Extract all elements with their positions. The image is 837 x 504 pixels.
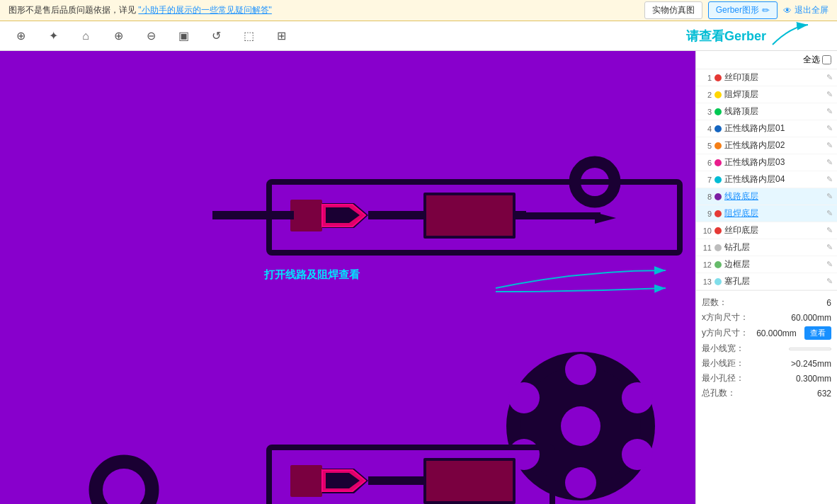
- svg-point-20: [565, 467, 596, 498]
- tool-zoom-in[interactable]: ⊕: [109, 27, 127, 45]
- svg-rect-10: [516, 212, 600, 219]
- layer-item-3[interactable]: 3 线路顶层 ✎: [696, 103, 837, 120]
- layer-item-10[interactable]: 10 丝印底层 ✎: [696, 222, 837, 239]
- select-all-checkbox[interactable]: [822, 55, 831, 64]
- layer-color-dot-5: [714, 142, 722, 149]
- layer-num-2: 2: [700, 91, 712, 99]
- layer-item-13[interactable]: 13 塞孔层 ✎: [696, 273, 837, 290]
- tool-zoom-out[interactable]: ⊖: [142, 27, 160, 45]
- layer-color-dot-7: [714, 176, 722, 183]
- tool-grid[interactable]: ⊞: [272, 27, 290, 45]
- svg-rect-32: [426, 461, 513, 501]
- layer-color-dot-10: [714, 227, 722, 234]
- tool-frame[interactable]: ▣: [174, 27, 193, 45]
- layer-num-5: 5: [700, 142, 712, 150]
- layer-item-9[interactable]: 9 阻焊底层 ✎: [696, 205, 837, 222]
- layer-num-9: 9: [700, 210, 712, 218]
- real-image-button[interactable]: 实物仿真图: [644, 1, 702, 19]
- svg-rect-14: [212, 211, 294, 219]
- layer-num-3: 3: [700, 108, 712, 116]
- layer-edit-13[interactable]: ✎: [826, 277, 833, 286]
- layer-edit-3[interactable]: ✎: [826, 107, 833, 116]
- layer-edit-6[interactable]: ✎: [826, 158, 833, 167]
- layer-color-dot-6: [714, 159, 722, 166]
- layer-edit-12[interactable]: ✎: [826, 260, 833, 269]
- layer-item-5[interactable]: 5 正性线路内层02 ✎: [696, 137, 837, 154]
- layer-name-3: 线路顶层: [724, 105, 824, 118]
- layer-num-6: 6: [700, 159, 712, 167]
- right-panel: 全选 1 丝印顶层 ✎ 2 阻焊顶层 ✎ 3 线路顶层 ✎ 4 正性线路内层01…: [695, 51, 837, 504]
- layer-item-7[interactable]: 7 正性线路内层04 ✎: [696, 171, 837, 188]
- tool-star[interactable]: ✦: [44, 27, 62, 45]
- tool-pin[interactable]: ⊕: [11, 27, 30, 45]
- layer-edit-4[interactable]: ✎: [826, 124, 833, 133]
- layer-name-1: 丝印顶层: [724, 71, 824, 84]
- panel-header: 全选: [696, 51, 837, 69]
- stat-y-dim: y方向尺寸： 60.000mm 查看: [702, 326, 831, 340]
- layer-edit-7[interactable]: ✎: [826, 175, 833, 184]
- tool-rotate[interactable]: ↺: [207, 27, 225, 45]
- layer-name-2: 阻焊顶层: [724, 88, 824, 101]
- layer-item-2[interactable]: 2 阻焊顶层 ✎: [696, 86, 837, 103]
- layer-edit-8[interactable]: ✎: [826, 192, 833, 201]
- layer-color-dot-2: [714, 91, 722, 98]
- layer-edit-2[interactable]: ✎: [826, 90, 833, 99]
- svg-point-22: [622, 382, 653, 413]
- layer-color-dot-12: [714, 261, 722, 268]
- layer-num-12: 12: [700, 260, 712, 269]
- layer-list: 1 丝印顶层 ✎ 2 阻焊顶层 ✎ 3 线路顶层 ✎ 4 正性线路内层01 ✎ …: [696, 69, 837, 290]
- layer-edit-9[interactable]: ✎: [826, 209, 833, 218]
- layer-item-1[interactable]: 1 丝印顶层 ✎: [696, 69, 837, 86]
- layer-color-dot-8: [714, 193, 722, 200]
- svg-rect-11: [516, 211, 526, 219]
- layer-item-12[interactable]: 12 边框层 ✎: [696, 256, 837, 273]
- layer-item-6[interactable]: 6 正性线路内层03 ✎: [696, 154, 837, 171]
- layer-edit-10[interactable]: ✎: [826, 226, 833, 235]
- layer-name-13: 塞孔层: [724, 275, 824, 287]
- main-area: 打开线路及阻焊查看 全选 1 丝印顶层: [0, 51, 837, 504]
- stat-x-dim: x方向尺寸： 60.000mm: [702, 311, 831, 323]
- svg-rect-7: [368, 211, 425, 219]
- canvas-area[interactable]: 打开线路及阻焊查看: [0, 51, 695, 504]
- gerber-label: 请查看Gerber: [686, 28, 766, 45]
- layer-name-4: 正性线路内层01: [724, 122, 824, 134]
- tool-home[interactable]: ⌂: [76, 27, 95, 45]
- layer-color-dot-3: [714, 108, 722, 115]
- svg-marker-12: [595, 212, 616, 224]
- layer-name-9: 阻焊底层: [724, 207, 824, 219]
- layer-item-8[interactable]: 8 线路底层 ✎: [696, 188, 837, 205]
- svg-point-21: [508, 382, 540, 413]
- layer-edit-11[interactable]: ✎: [826, 243, 833, 252]
- min-width-value: [789, 348, 831, 350]
- layer-color-dot-13: [714, 278, 722, 285]
- help-link[interactable]: "小助手的展示的一些常见疑问解答": [138, 5, 272, 15]
- layer-name-11: 钻孔层: [724, 241, 824, 253]
- layer-color-dot-1: [714, 74, 722, 81]
- stats-section: 层数： 6 x方向尺寸： 60.000mm y方向尺寸： 60.000mm 查看…: [696, 290, 837, 408]
- svg-rect-26: [290, 465, 322, 497]
- layer-item-11[interactable]: 11 钻孔层 ✎: [696, 239, 837, 256]
- pencil-icon: ✏: [762, 5, 770, 16]
- select-all-label[interactable]: 全选: [803, 54, 831, 66]
- tool-select[interactable]: ⬚: [239, 27, 258, 45]
- stat-min-hole: 最小孔径： 0.300mm: [702, 372, 831, 384]
- gerber-arrow-svg: [769, 23, 812, 48]
- stat-min-width: 最小线宽：: [702, 343, 831, 355]
- layer-name-5: 正性线路内层02: [724, 139, 824, 151]
- svg-point-25: [561, 406, 600, 446]
- stat-total-holes: 总孔数： 632: [702, 387, 831, 399]
- gerber-button[interactable]: Gerber图形 ✏: [708, 1, 778, 19]
- top-banner: 图形不是售后品质问题依据，详见 "小助手的展示的一些常见疑问解答" 实物仿真图 …: [0, 0, 837, 21]
- exit-fullscreen-button[interactable]: 👁 退出全屏: [783, 4, 829, 16]
- layer-color-dot-4: [714, 125, 722, 132]
- layer-edit-5[interactable]: ✎: [826, 141, 833, 150]
- layer-edit-1[interactable]: ✎: [826, 73, 833, 82]
- layer-name-8: 线路底层: [724, 190, 824, 202]
- svg-rect-9: [426, 195, 513, 236]
- banner-text: 图形不是售后品质问题依据，详见 "小助手的展示的一些常见疑问解答": [8, 4, 272, 16]
- layer-item-4[interactable]: 4 正性线路内层01 ✎: [696, 120, 837, 137]
- layer-name-6: 正性线路内层03: [724, 156, 824, 168]
- stat-min-spacing: 最小线距： >0.245mm: [702, 357, 831, 370]
- query-button[interactable]: 查看: [804, 326, 831, 340]
- pcb-canvas: [0, 51, 695, 504]
